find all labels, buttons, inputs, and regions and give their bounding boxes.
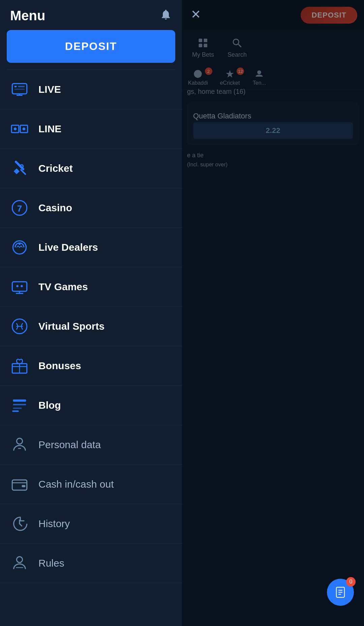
virtual-sports-icon	[11, 318, 28, 335]
blog-icon-container	[10, 396, 29, 415]
history-icon-container	[10, 514, 29, 533]
live-dealers-icon	[11, 239, 28, 256]
svg-rect-11	[14, 89, 25, 90]
svg-point-25	[21, 285, 23, 288]
cash-label: Cash in/cash out	[38, 479, 114, 490]
svg-point-14	[14, 128, 17, 131]
menu-item-cricket[interactable]: Cricket	[0, 149, 182, 188]
bet-slip-badge: 0	[346, 577, 356, 587]
svg-point-36	[17, 557, 22, 563]
rules-icon-container	[10, 554, 29, 573]
history-icon	[11, 515, 28, 533]
blog-icon	[11, 397, 28, 414]
menu-item-cash[interactable]: Cash in/cash out	[0, 465, 182, 504]
cricket-icon-container	[10, 159, 29, 178]
menu-header: Menu	[0, 0, 182, 30]
virtual-sports-label: Virtual Sports	[38, 321, 104, 332]
rules-icon	[11, 554, 28, 572]
menu-item-rules[interactable]: Rules	[0, 544, 182, 583]
line-icon	[11, 120, 28, 138]
menu-item-bonuses[interactable]: Bonuses	[0, 346, 182, 386]
cricket-icon	[11, 160, 28, 177]
menu-item-line[interactable]: LINE	[0, 109, 182, 149]
live-icon	[11, 81, 28, 98]
svg-point-24	[16, 285, 19, 288]
cash-icon-container	[10, 475, 29, 494]
tv-games-icon-container	[10, 277, 29, 296]
dim-overlay	[182, 0, 364, 626]
menu-item-personal-data[interactable]: Personal data	[0, 425, 182, 465]
personal-data-icon-container	[10, 435, 29, 454]
bell-icon[interactable]	[160, 8, 172, 23]
blog-label: Blog	[38, 400, 61, 411]
history-label: History	[38, 518, 70, 529]
menu-item-history[interactable]: History	[0, 504, 182, 544]
menu-item-live[interactable]: LIVE	[0, 70, 182, 109]
close-button[interactable]: ✕	[186, 5, 205, 24]
bonuses-label: Bonuses	[38, 360, 81, 372]
menu-item-tv-games[interactable]: TV Games	[0, 267, 182, 307]
wallet-icon	[11, 475, 28, 493]
live-dealers-label: Live Dealers	[38, 242, 98, 253]
casino-label: Casino	[38, 202, 72, 214]
svg-text:7: 7	[17, 203, 22, 214]
menu-sidebar: Menu DEPOSIT LIVE	[0, 0, 182, 626]
svg-rect-30	[13, 408, 22, 409]
personal-data-label: Personal data	[38, 439, 101, 451]
bonuses-icon	[11, 357, 28, 375]
svg-rect-29	[13, 404, 26, 405]
svg-rect-9	[14, 86, 17, 87]
notification-bell-icon	[160, 8, 172, 21]
casino-icon: 7	[11, 199, 28, 217]
deposit-main-button[interactable]: DEPOSIT	[7, 30, 175, 63]
live-label: LIVE	[38, 84, 61, 95]
svg-rect-35	[22, 485, 26, 487]
menu-item-virtual-sports[interactable]: Virtual Sports	[0, 307, 182, 346]
svg-point-15	[23, 128, 26, 131]
cricket-label: Cricket	[38, 163, 73, 174]
rules-label: Rules	[38, 557, 64, 569]
line-label: LINE	[38, 123, 61, 135]
tv-games-icon	[11, 278, 28, 296]
line-icon-container	[10, 119, 29, 138]
bet-slip-icon	[334, 586, 346, 598]
virtual-sports-icon-container	[10, 317, 29, 336]
live-dealers-icon-container	[10, 238, 29, 257]
svg-rect-10	[18, 86, 25, 87]
bet-slip-fab[interactable]: 0	[327, 579, 354, 606]
menu-item-casino[interactable]: 7 Casino	[0, 188, 182, 228]
svg-rect-21	[12, 282, 27, 291]
menu-item-blog[interactable]: Blog	[0, 386, 182, 425]
tv-games-label: TV Games	[38, 281, 88, 293]
menu-title: Menu	[10, 8, 45, 23]
live-icon-container	[10, 80, 29, 99]
svg-point-20	[19, 243, 21, 245]
casino-icon-container: 7	[10, 198, 29, 217]
svg-point-32	[17, 438, 22, 444]
bonuses-icon-container	[10, 356, 29, 375]
svg-rect-28	[13, 400, 26, 402]
person-icon	[11, 436, 28, 454]
menu-item-live-dealers[interactable]: Live Dealers	[0, 228, 182, 267]
